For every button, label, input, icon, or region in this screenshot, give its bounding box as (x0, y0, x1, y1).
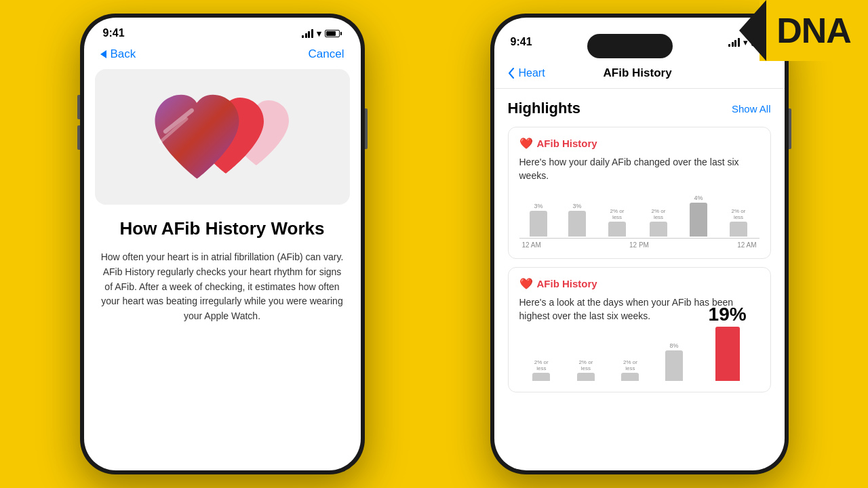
phone-right-screen: 9:41 ▾ (494, 18, 785, 470)
hearts-container (141, 83, 304, 191)
x-label-1: 12 AM (522, 241, 541, 249)
bar-group-1: 3% (530, 203, 547, 237)
bar-label-top-2: 3% (572, 203, 581, 209)
chevron-left-icon (100, 50, 106, 58)
bottom-bar-2 (577, 373, 595, 381)
nav-title-right: AFib History (545, 66, 730, 80)
back-button-right[interactable]: Heart (508, 67, 545, 79)
afib-card-2-title: AFib History (537, 278, 597, 289)
main-description: How often your heart is in atrial fibril… (100, 250, 344, 323)
bar-label-top-5: 4% (694, 195, 703, 201)
time-right: 9:41 (511, 36, 532, 48)
bar-group-5: 4% (690, 195, 707, 237)
right-content: Highlights Show All ❤️ AFib History Here… (494, 89, 785, 411)
bar-5 (690, 203, 707, 237)
heart-icon-red-2: ❤️ (519, 277, 533, 290)
dna-logo-text: DNA (776, 10, 851, 51)
dna-arrow-decoration (739, 0, 766, 61)
bottom-bar-4 (665, 350, 683, 381)
signal-bar-2 (305, 33, 307, 38)
bottom-bar-g1: 2% or less (532, 359, 551, 381)
phone-left: 9:41 ▾ (80, 14, 365, 474)
bar-1 (530, 211, 547, 237)
x-label-2: 12 PM (629, 241, 649, 249)
status-icons-left: ▾ (302, 28, 342, 39)
phone-left-screen: 9:41 ▾ (84, 18, 361, 470)
signal-icon (302, 29, 313, 38)
bars-container-1: 3% 3% 2% or less (519, 191, 760, 239)
bottom-bar-1 (532, 373, 550, 381)
bar-group-2: 3% (568, 203, 586, 237)
bottom-bar-3 (621, 373, 639, 381)
afib-card-1-title: AFib History (537, 138, 597, 149)
back-label-right: Heart (519, 67, 545, 79)
afib-card-2: ❤️ AFib History Here's a look at the day… (508, 267, 771, 393)
bottom-bar-g2: 2% or less (576, 359, 595, 381)
bottom-bar-g4: 8% (665, 342, 683, 381)
wifi-icon: ▾ (317, 28, 321, 39)
bottom-bars-wrapper: 2% or less 2% or less 2% or less (519, 328, 760, 382)
dna-logo: DNA (760, 0, 868, 61)
card2-chart-row: 2% or less 2% or less 2% or less (519, 328, 760, 382)
bar-group-6: 2% or less (728, 208, 749, 237)
bottom-bar-g5: 19% (709, 304, 747, 381)
bar-4 (650, 222, 667, 237)
phone-right: 9:41 ▾ (490, 14, 789, 474)
bar-label-top-6: 2% or less (728, 208, 749, 220)
bottom-bars: 2% or less 2% or less 2% or less (519, 328, 760, 382)
phone-left-content: How AFib History Works How often your he… (84, 205, 361, 338)
back-label: Back (111, 47, 136, 61)
highlights-title: Highlights (508, 100, 581, 117)
bar-3 (608, 222, 626, 237)
bar-chart-1: 3% 3% 2% or less (519, 191, 760, 249)
chart-x-labels-1: 12 AM 12 PM 12 AM (519, 241, 760, 249)
volume-up-button[interactable] (77, 95, 80, 119)
heart-icon-red-1: ❤️ (519, 137, 533, 150)
main-title: How AFib History Works (100, 218, 344, 239)
heart-purple-icon (144, 89, 250, 195)
battery-tip (340, 32, 342, 35)
afib-card-1-text: Here's how your daily AFib changed over … (519, 155, 760, 183)
highlights-header: Highlights Show All (508, 100, 771, 117)
bar-label-top-1: 3% (534, 203, 542, 209)
bar-2 (568, 211, 586, 237)
bar-group-4: 2% or less (648, 208, 669, 237)
battery-icon (325, 30, 342, 37)
signal-icon-right (728, 38, 740, 47)
show-all-button[interactable]: Show All (732, 103, 771, 115)
heart-illustration (95, 69, 350, 205)
bottom-bar-g3: 2% or less (620, 359, 639, 381)
nav-bar-right: Heart AFib History (494, 61, 785, 89)
back-button[interactable]: Back (100, 47, 136, 61)
bar-6 (730, 222, 747, 237)
chevron-left-icon-right (508, 68, 515, 79)
bar-group-3: 2% or less (607, 208, 627, 237)
afib-card-1: ❤️ AFib History Here's how your daily AF… (508, 127, 771, 259)
bottom-bar-5-red (715, 327, 740, 381)
bar-label-top-4: 2% or less (648, 208, 669, 220)
volume-down-button[interactable] (77, 125, 80, 150)
percentage-label: 19% (709, 304, 747, 325)
battery-body (325, 30, 340, 37)
bar-label-top-3: 2% or less (607, 208, 627, 220)
signal-bar-1 (302, 35, 304, 38)
power-button-right[interactable] (789, 108, 791, 149)
nav-bar-left: Back Cancel (84, 45, 361, 69)
x-label-3: 12 AM (737, 241, 756, 249)
cancel-button[interactable]: Cancel (309, 47, 344, 61)
afib-card-1-header: ❤️ AFib History (519, 137, 760, 150)
battery-fill (326, 31, 336, 36)
dynamic-island (587, 34, 673, 58)
time-left: 9:41 (103, 27, 125, 39)
page-container: DNA 9:41 ▾ (0, 0, 868, 488)
power-button[interactable] (365, 108, 368, 149)
afib-card-2-header: ❤️ AFib History (519, 277, 760, 290)
status-bar-left: 9:41 ▾ (84, 18, 361, 45)
signal-bar-3 (308, 31, 310, 38)
signal-bar-4 (311, 29, 313, 38)
